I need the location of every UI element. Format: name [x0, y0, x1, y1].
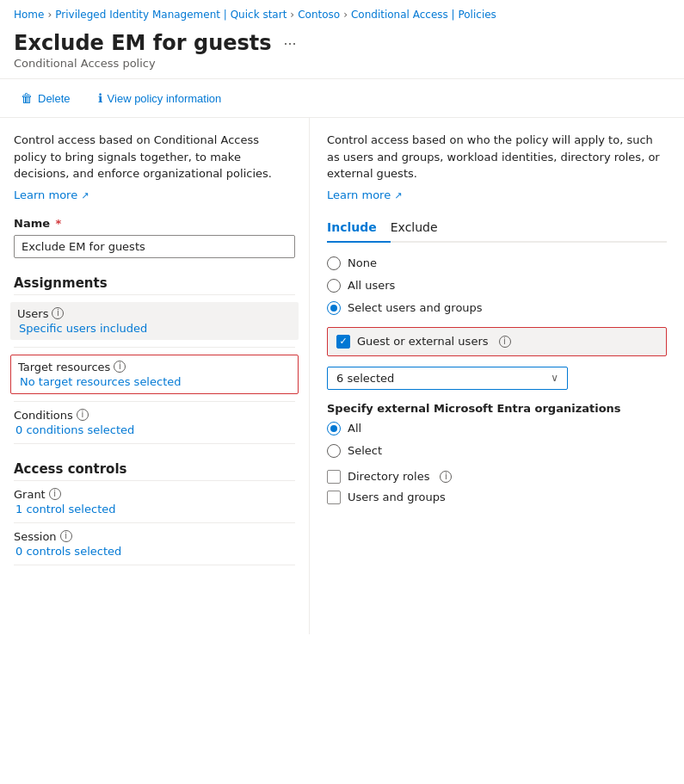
users-label: Users i — [17, 307, 292, 320]
session-label: Session i — [14, 530, 295, 543]
include-radio-group: None All users Select users and groups — [327, 256, 667, 315]
guest-external-checkbox-item[interactable]: ✓ Guest or external users i — [336, 335, 657, 349]
ellipsis-button[interactable]: ··· — [279, 33, 302, 54]
grant-info-icon[interactable]: i — [49, 488, 61, 500]
access-controls-section: Access controls Grant i 1 control select… — [14, 461, 295, 565]
page-subtitle: Conditional Access policy — [14, 57, 670, 70]
directory-roles-checkbox[interactable] — [327, 470, 341, 484]
target-resources-label: Target resources i — [18, 361, 291, 373]
breadcrumb-contoso[interactable]: Contoso — [298, 9, 340, 21]
directory-roles-checkbox-item[interactable]: Directory roles i — [327, 470, 667, 484]
breadcrumb-sep-3: › — [343, 9, 348, 21]
page-header: Exclude EM for guests ··· Conditional Ac… — [0, 28, 684, 79]
right-panel: Control access based on who the policy w… — [310, 118, 684, 634]
conditions-value[interactable]: 0 conditions selected — [14, 423, 295, 436]
radio-select[interactable]: Select — [327, 444, 667, 458]
toolbar: 🗑 Delete ℹ View policy information — [0, 79, 684, 118]
radio-all-users-circle — [327, 279, 341, 293]
breadcrumb-sep-1: › — [47, 9, 52, 21]
target-resources-value[interactable]: No target resources selected — [18, 375, 291, 388]
radio-all-circle — [327, 422, 341, 435]
directory-roles-info-icon[interactable]: i — [440, 471, 452, 483]
users-info-icon[interactable]: i — [52, 307, 64, 319]
left-panel: Control access based on Conditional Acce… — [0, 118, 310, 634]
view-policy-button[interactable]: ℹ View policy information — [91, 88, 229, 108]
page-title: Exclude EM for guests — [14, 31, 272, 55]
target-resources-info-icon[interactable]: i — [114, 361, 126, 373]
delete-icon: 🗑 — [21, 91, 33, 105]
external-link-icon: ↗ — [81, 190, 89, 201]
access-controls-heading: Access controls — [14, 461, 295, 477]
users-assignment: Users i Specific users included — [14, 294, 295, 347]
radio-select-circle — [327, 444, 341, 458]
required-marker: * — [56, 217, 62, 230]
breadcrumb-home[interactable]: Home — [14, 9, 44, 21]
breadcrumb-ca-policies[interactable]: Conditional Access | Policies — [351, 9, 496, 21]
target-resources-box: Target resources i No target resources s… — [10, 355, 299, 394]
session-assignment: Session i 0 controls selected — [14, 522, 295, 565]
breadcrumb-pim[interactable]: Privileged Identity Management | Quick s… — [55, 9, 287, 21]
right-description: Control access based on who the policy w… — [327, 132, 667, 182]
tabs: Include Exclude — [327, 215, 667, 243]
right-learn-more-link[interactable]: Learn more ↗ — [327, 188, 403, 201]
name-input[interactable] — [14, 235, 295, 258]
left-description: Control access based on Conditional Acce… — [14, 132, 295, 182]
conditions-info-icon[interactable]: i — [77, 409, 89, 421]
assignments-heading: Assignments — [14, 275, 295, 291]
main-layout: Control access based on Conditional Acce… — [0, 118, 684, 634]
guest-external-checkbox-section: ✓ Guest or external users i — [327, 327, 667, 356]
conditions-assignment: Conditions i 0 conditions selected — [14, 401, 295, 444]
info-circle-icon: ℹ — [98, 91, 102, 105]
name-label: Name * — [14, 217, 295, 230]
target-resources-assignment: Target resources i No target resources s… — [14, 347, 295, 401]
radio-none-circle — [327, 256, 341, 270]
name-section: Name * — [14, 217, 295, 258]
breadcrumb: Home › Privileged Identity Management | … — [0, 0, 684, 28]
tab-include[interactable]: Include — [327, 215, 391, 243]
session-info-icon[interactable]: i — [60, 530, 72, 542]
grant-label: Grant i — [14, 488, 295, 501]
specify-external-section: Specify external Microsoft Entra organiz… — [327, 402, 667, 458]
assignments-section: Assignments Users i Specific users inclu… — [14, 275, 295, 444]
users-groups-checkbox[interactable] — [327, 491, 341, 504]
guest-external-checkbox[interactable]: ✓ — [336, 335, 350, 349]
session-value[interactable]: 0 controls selected — [14, 545, 295, 558]
users-section-bg: Users i Specific users included — [10, 302, 299, 340]
external-radio-group: All Select — [327, 422, 667, 458]
users-value[interactable]: Specific users included — [17, 322, 292, 335]
left-learn-more-link[interactable]: Learn more ↗ — [14, 188, 89, 201]
grant-value[interactable]: 1 control selected — [14, 503, 295, 515]
breadcrumb-sep-2: › — [290, 9, 294, 21]
right-external-link-icon: ↗ — [394, 190, 402, 201]
radio-select-users[interactable]: Select users and groups — [327, 301, 667, 315]
radio-all-users[interactable]: All users — [327, 279, 667, 293]
radio-select-users-circle — [327, 301, 341, 315]
radio-all[interactable]: All — [327, 422, 667, 435]
checkmark-icon: ✓ — [339, 336, 347, 346]
guest-external-info-icon[interactable]: i — [499, 336, 511, 348]
users-groups-checkbox-item[interactable]: Users and groups — [327, 491, 667, 504]
selected-count-dropdown[interactable]: 6 selected ∨ — [327, 367, 568, 390]
grant-assignment: Grant i 1 control selected — [14, 480, 295, 522]
tab-exclude[interactable]: Exclude — [391, 215, 452, 243]
conditions-label: Conditions i — [14, 409, 295, 422]
radio-none[interactable]: None — [327, 256, 667, 270]
delete-button[interactable]: 🗑 Delete — [14, 88, 77, 108]
chevron-down-icon: ∨ — [551, 372, 558, 384]
